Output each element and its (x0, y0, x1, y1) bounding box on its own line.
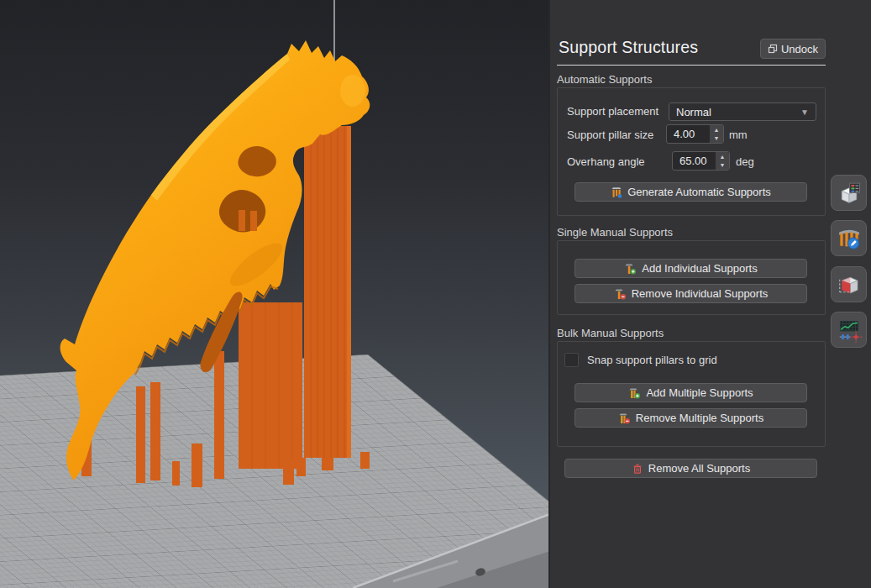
snap-to-grid-checkbox[interactable] (564, 353, 579, 367)
single-manual-heading: Single Manual Supports (557, 226, 673, 239)
hollow-model-icon (837, 272, 862, 297)
toolbar-print-settings-button[interactable] (831, 312, 867, 348)
remove-multiple-icon (618, 412, 631, 424)
add-support-icon (624, 263, 637, 275)
overhang-spin-buttons[interactable]: ▲ ▼ (715, 152, 729, 170)
undock-icon (768, 44, 778, 54)
spin-down-icon[interactable]: ▼ (710, 134, 723, 144)
pillar-size-input[interactable] (667, 125, 709, 143)
remove-multiple-supports-button[interactable]: Remove Multiple Supports (575, 408, 807, 428)
pillar-size-spin-buttons[interactable]: ▲ ▼ (709, 125, 723, 143)
pillar-size-stepper: ▲ ▼ (666, 124, 724, 144)
spin-down-icon[interactable]: ▼ (716, 161, 729, 171)
automatic-supports-heading: Automatic Supports (557, 73, 652, 86)
support-placement-dropdown[interactable]: Normal ▼ (669, 102, 816, 121)
title-separator (557, 65, 826, 66)
generate-supports-icon (611, 186, 622, 198)
remove-support-icon (614, 288, 627, 300)
undock-label: Undock (781, 43, 818, 55)
print-settings-icon (837, 318, 862, 343)
overhang-angle-unit: deg (736, 155, 754, 168)
add-multiple-icon (628, 387, 641, 399)
bulk-manual-heading: Bulk Manual Supports (557, 327, 664, 339)
generate-supports-label: Generate Automatic Supports (627, 186, 771, 198)
model-properties-icon (837, 181, 862, 206)
pillar-size-label: Support pillar size (567, 129, 653, 141)
support-structures-panel: Support Structures Undock Automatic Supp… (550, 0, 871, 588)
snap-to-grid-row: Snap support pillars to grid (564, 353, 717, 367)
3d-viewport[interactable] (0, 0, 550, 588)
remove-all-supports-button[interactable]: Remove All Supports (564, 459, 817, 478)
remove-individual-supports-button[interactable]: Remove Individual Supports (575, 284, 807, 303)
pillar-size-unit: mm (729, 129, 748, 141)
spin-up-icon[interactable]: ▲ (710, 125, 723, 134)
snap-to-grid-label: Snap support pillars to grid (587, 354, 717, 366)
remove-all-label: Remove All Supports (648, 462, 750, 475)
add-multiple-label: Add Multiple Supports (646, 386, 753, 399)
remove-individual-label: Remove Individual Supports (632, 287, 769, 300)
add-multiple-supports-button[interactable]: Add Multiple Supports (575, 383, 807, 402)
trash-icon (632, 463, 643, 475)
support-placement-value: Normal (676, 106, 711, 118)
overhang-angle-label: Overhang angle (567, 155, 645, 168)
toolbar-model-properties-button[interactable] (831, 175, 867, 211)
toolbar-edit-supports-button[interactable] (831, 220, 867, 256)
edit-supports-icon (837, 226, 862, 251)
toolbar-hollow-model-button[interactable] (831, 266, 867, 302)
add-individual-label: Add Individual Supports (642, 262, 757, 275)
remove-multiple-label: Remove Multiple Supports (636, 412, 763, 424)
support-placement-label: Support placement (567, 105, 658, 118)
overhang-angle-stepper: ▲ ▼ (672, 151, 730, 171)
overhang-angle-input[interactable] (673, 152, 715, 170)
undock-button[interactable]: Undock (760, 39, 826, 59)
panel-title: Support Structures (559, 38, 698, 57)
chevron-down-icon: ▼ (800, 108, 809, 117)
generate-automatic-supports-button[interactable]: Generate Automatic Supports (575, 182, 807, 202)
add-individual-supports-button[interactable]: Add Individual Supports (575, 259, 807, 278)
slicer-window: Support Structures Undock Automatic Supp… (0, 0, 871, 588)
spin-up-icon[interactable]: ▲ (716, 152, 729, 161)
scene-canvas (0, 0, 550, 588)
